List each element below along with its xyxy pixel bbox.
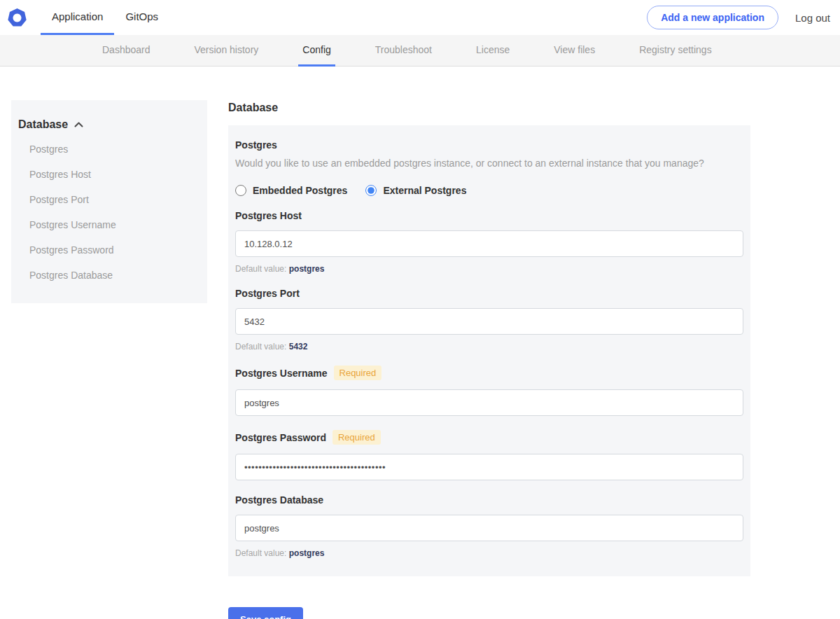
config-content: Database Postgres Postgres Host Postgres… — [0, 67, 840, 619]
subnav-view-files[interactable]: View files — [550, 35, 599, 67]
postgres-password-input[interactable] — [235, 454, 743, 480]
field-postgres-username: Postgres Username Required — [235, 366, 743, 416]
postgres-group-label: Postgres — [235, 139, 743, 151]
subnav-dashboard[interactable]: Dashboard — [98, 35, 155, 67]
postgres-username-input[interactable] — [235, 389, 743, 416]
postgres-host-input[interactable] — [235, 230, 743, 257]
radio-embedded-postgres-label: Embedded Postgres — [253, 185, 347, 196]
field-label-text: Postgres Username — [235, 368, 328, 379]
subnav-troubleshoot[interactable]: Troubleshoot — [371, 35, 436, 67]
postgres-port-default: Default value: 5432 — [235, 342, 743, 352]
postgres-password-label: Postgres Password Required — [235, 430, 743, 445]
postgres-username-label: Postgres Username Required — [235, 366, 743, 380]
default-prefix: Default value: — [235, 548, 286, 558]
radio-external-postgres-label: External Postgres — [383, 185, 466, 196]
default-value: 5432 — [289, 342, 308, 352]
field-label-text: Postgres Database — [235, 494, 323, 506]
field-postgres-port: Postgres Port Default value: 5432 — [235, 288, 743, 352]
sidebar-group-label: Database — [18, 118, 68, 131]
field-postgres-database: Postgres Database Default value: postgre… — [235, 494, 743, 558]
chevron-up-icon — [74, 122, 83, 127]
radio-external-postgres[interactable]: External Postgres — [365, 185, 466, 196]
tab-gitops[interactable]: GitOps — [114, 0, 169, 35]
sidebar-group-database[interactable]: Database — [18, 118, 200, 131]
required-badge: Required — [334, 366, 382, 380]
default-value: postgres — [289, 264, 325, 274]
top-nav: Application GitOps — [41, 0, 169, 35]
postgres-host-label: Postgres Host — [235, 210, 743, 221]
field-label-text: Postgres Host — [235, 210, 302, 221]
top-bar-right: Add a new application Log out — [647, 6, 830, 29]
subnav-version-history[interactable]: Version history — [190, 35, 263, 67]
required-badge: Required — [332, 430, 381, 445]
default-value: postgres — [289, 548, 325, 558]
subnav-config[interactable]: Config — [298, 35, 335, 67]
postgres-port-input[interactable] — [235, 308, 743, 335]
postgres-port-label: Postgres Port — [235, 288, 743, 299]
field-label-text: Postgres Password — [235, 432, 326, 443]
save-config-button[interactable]: Save config — [228, 607, 303, 619]
postgres-host-default: Default value: postgres — [235, 264, 743, 274]
default-prefix: Default value: — [235, 342, 286, 352]
sidebar-item-postgres-password[interactable]: Postgres Password — [18, 237, 200, 263]
add-new-application-button[interactable]: Add a new application — [647, 6, 778, 29]
config-main: Database Postgres Would you like to use … — [228, 100, 750, 619]
default-prefix: Default value: — [235, 264, 286, 274]
config-sidebar: Database Postgres Postgres Host Postgres… — [11, 100, 207, 303]
field-label-text: Postgres Port — [235, 288, 300, 299]
sidebar-item-postgres-port[interactable]: Postgres Port — [18, 187, 200, 212]
radio-embedded-postgres-input[interactable] — [235, 185, 246, 196]
postgres-database-label: Postgres Database — [235, 494, 743, 506]
tab-application[interactable]: Application — [41, 0, 114, 35]
database-config-panel: Postgres Would you like to use an embedd… — [228, 125, 750, 576]
page-title: Database — [228, 102, 750, 114]
field-postgres-password: Postgres Password Required — [235, 430, 743, 480]
subnav-registry-settings[interactable]: Registry settings — [635, 35, 715, 67]
top-bar: Application GitOps Add a new application… — [0, 0, 840, 35]
postgres-database-default: Default value: postgres — [235, 548, 743, 558]
postgres-help-text: Would you like to use an embedded postgr… — [235, 158, 743, 169]
postgres-database-input[interactable] — [235, 515, 743, 541]
app-logo-icon — [7, 8, 41, 28]
app-sub-nav: Dashboard Version history Config Trouble… — [0, 35, 840, 67]
log-out-link[interactable]: Log out — [795, 12, 830, 24]
sidebar-item-postgres-database[interactable]: Postgres Database — [18, 263, 200, 288]
sidebar-item-postgres-host[interactable]: Postgres Host — [18, 162, 200, 187]
subnav-license[interactable]: License — [472, 35, 514, 67]
sidebar-item-postgres[interactable]: Postgres — [18, 137, 200, 162]
field-postgres-host: Postgres Host Default value: postgres — [235, 210, 743, 274]
sidebar-item-postgres-username[interactable]: Postgres Username — [18, 212, 200, 237]
radio-embedded-postgres[interactable]: Embedded Postgres — [235, 185, 347, 196]
radio-external-postgres-input[interactable] — [365, 185, 377, 196]
postgres-type-radio-group: Embedded Postgres External Postgres — [235, 185, 743, 196]
